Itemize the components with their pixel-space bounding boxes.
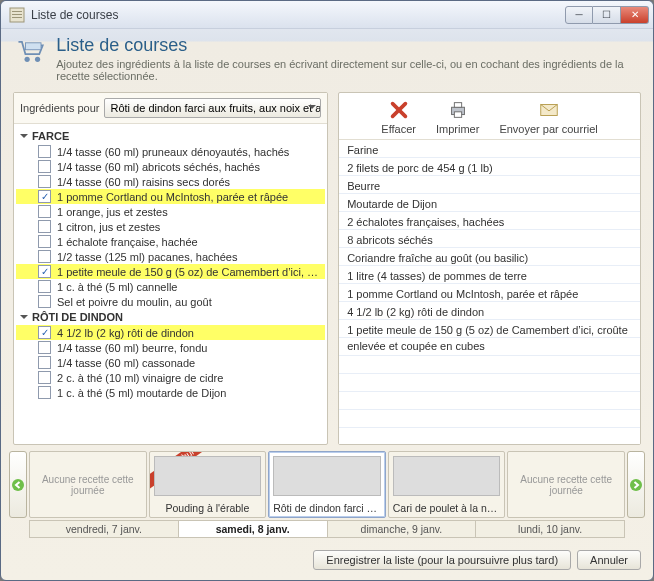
save-list-button[interactable]: Enregistrer la liste (pour la poursuivre… <box>313 550 571 570</box>
ingredient-item[interactable]: Sel et poivre du moulin, au goût <box>16 294 325 309</box>
shopping-list-row[interactable]: 2 filets de porc de 454 g (1 lb) <box>339 158 640 176</box>
ingredient-item[interactable]: 1 c. à thé (5 ml) moutarde de Dijon <box>16 385 325 400</box>
ingredient-checkbox[interactable] <box>38 160 51 173</box>
ingredient-item[interactable]: 1 pomme Cortland ou McIntosh, parée et r… <box>16 189 325 204</box>
ingredient-checkbox[interactable] <box>38 235 51 248</box>
ingredients-tree[interactable]: FARCE1/4 tasse (60 ml) pruneaux dénoyaut… <box>14 124 327 444</box>
ingredient-item[interactable]: 1/4 tasse (60 ml) beurre, fondu <box>16 340 325 355</box>
shopping-list-row[interactable]: Farine <box>339 140 640 158</box>
shopping-list-row[interactable]: Moutarde de Dijon <box>339 194 640 212</box>
group-header[interactable]: RÔTI DE DINDON <box>16 309 325 325</box>
shopping-list-row[interactable]: 4 1/2 lb (2 kg) rôti de dindon <box>339 302 640 320</box>
ingredient-text: 4 1/2 lb (2 kg) rôti de dindon <box>57 327 194 339</box>
ingredient-item[interactable]: 2 c. à thé (10 ml) vinaigre de cidre <box>16 370 325 385</box>
ingredient-checkbox[interactable] <box>38 175 51 188</box>
day-cell[interactable]: vendredi, 7 janv. <box>29 520 178 538</box>
ingredient-item[interactable]: 1 petite meule de 150 g (5 oz) de Camemb… <box>16 264 325 279</box>
ingredient-checkbox[interactable] <box>38 145 51 158</box>
carousel-prev-button[interactable] <box>9 451 27 518</box>
shopping-list-row[interactable]: 2 échalotes françaises, hachées <box>339 212 640 230</box>
cart-icon <box>15 35 46 71</box>
shopping-list-row[interactable]: 1 petite meule de 150 g (5 oz) de Camemb… <box>339 320 640 356</box>
ingredient-item[interactable]: 1/4 tasse (60 ml) abricots séchés, haché… <box>16 159 325 174</box>
day-cell[interactable]: dimanche, 9 janv. <box>327 520 476 538</box>
ingredient-checkbox[interactable] <box>38 280 51 293</box>
svg-point-5 <box>35 57 40 62</box>
recipe-thumbnail <box>154 456 262 496</box>
chevron-right-icon <box>629 478 643 492</box>
ingredient-text: 1 petite meule de 150 g (5 oz) de Camemb… <box>57 266 318 278</box>
page-subtitle: Ajoutez des ingrédients à la liste de co… <box>56 58 639 82</box>
carousel-next-button[interactable] <box>627 451 645 518</box>
ingredient-text: 1 c. à thé (5 ml) cannelle <box>57 281 177 293</box>
email-label: Envoyer par courriel <box>499 123 597 135</box>
page-title: Liste de courses <box>56 35 639 56</box>
recipe-card[interactable]: Aujourd'huiPouding à l'érable <box>149 451 267 518</box>
ingredient-item[interactable]: 1 citron, jus et zestes <box>16 219 325 234</box>
ingredient-checkbox[interactable] <box>38 220 51 233</box>
ingredient-text: 1 c. à thé (5 ml) moutarde de Dijon <box>57 387 226 399</box>
list-toolbar: Effacer Imprimer Envoyer par courriel <box>339 93 640 140</box>
shopping-list-row[interactable]: 8 abricots séchés <box>339 230 640 248</box>
shopping-list-row[interactable]: 1 litre (4 tasses) de pommes de terre <box>339 266 640 284</box>
day-cell[interactable]: samedi, 8 janv. <box>178 520 327 538</box>
ingredient-item[interactable]: 1 échalote française, hachée <box>16 234 325 249</box>
close-button[interactable]: ✕ <box>621 6 649 24</box>
ingredient-checkbox[interactable] <box>38 356 51 369</box>
ingredients-panel: Ingrédients pour Rôti de dindon farci au… <box>13 92 328 445</box>
ingredient-text: 1/4 tasse (60 ml) raisins secs dorés <box>57 176 230 188</box>
svg-point-11 <box>12 479 24 491</box>
ingredient-text: 1 pomme Cortland ou McIntosh, parée et r… <box>57 191 288 203</box>
svg-rect-9 <box>454 112 461 118</box>
minimize-button[interactable]: ─ <box>565 6 593 24</box>
ingredient-text: 1 échalote française, hachée <box>57 236 198 248</box>
recipe-card[interactable]: Aucune recette cette journée <box>29 451 147 518</box>
svg-rect-8 <box>454 103 461 108</box>
titlebar[interactable]: Liste de courses ─ ☐ ✕ <box>1 1 653 29</box>
recipe-carousel: Aucune recette cette journéeAujourd'huiP… <box>1 445 653 520</box>
cancel-button[interactable]: Annuler <box>577 550 641 570</box>
ingredient-item[interactable]: 1/4 tasse (60 ml) pruneaux dénoyautés, h… <box>16 144 325 159</box>
ingredient-checkbox[interactable] <box>38 250 51 263</box>
ingredient-checkbox[interactable] <box>38 205 51 218</box>
no-recipe-label: Aucune recette cette journée <box>34 456 142 513</box>
svg-point-12 <box>630 479 642 491</box>
ingredient-checkbox[interactable] <box>38 265 51 278</box>
svg-rect-6 <box>25 43 41 50</box>
recipe-thumbnail <box>393 456 501 496</box>
ingredient-item[interactable]: 1/4 tasse (60 ml) cassonade <box>16 355 325 370</box>
ingredient-checkbox[interactable] <box>38 326 51 339</box>
shopping-list-row[interactable]: Coriandre fraîche au goût (ou basilic) <box>339 248 640 266</box>
group-header[interactable]: FARCE <box>16 128 325 144</box>
print-button[interactable]: Imprimer <box>436 99 479 135</box>
ingredient-checkbox[interactable] <box>38 341 51 354</box>
recipe-select[interactable]: Rôti de dindon farci aux fruits, aux noi… <box>104 98 322 118</box>
recipe-card[interactable]: Rôti de dindon farci aux … <box>268 451 386 518</box>
ingredient-item[interactable]: 1/2 tasse (125 ml) pacanes, hachées <box>16 249 325 264</box>
ingredients-bar: Ingrédients pour Rôti de dindon farci au… <box>14 93 327 124</box>
mail-icon <box>538 99 560 121</box>
shopping-list-row[interactable]: Beurre <box>339 176 640 194</box>
delete-button[interactable]: Effacer <box>381 99 416 135</box>
recipe-card[interactable]: Aucune recette cette journée <box>507 451 625 518</box>
shopping-list-row[interactable]: 1 pomme Cortland ou McIntosh, parée et r… <box>339 284 640 302</box>
page-header: Liste de courses Ajoutez des ingrédients… <box>1 29 653 92</box>
recipe-select-value: Rôti de dindon farci aux fruits, aux noi… <box>111 102 322 114</box>
shopping-list[interactable]: Farine2 filets de porc de 454 g (1 lb)Be… <box>339 140 640 444</box>
ingredient-item[interactable]: 1 c. à thé (5 ml) cannelle <box>16 279 325 294</box>
ingredient-item[interactable]: 1/4 tasse (60 ml) raisins secs dorés <box>16 174 325 189</box>
ingredient-item[interactable]: 4 1/2 lb (2 kg) rôti de dindon <box>16 325 325 340</box>
recipe-card[interactable]: Cari de poulet à la noix … <box>388 451 506 518</box>
ingredient-text: 2 c. à thé (10 ml) vinaigre de cidre <box>57 372 223 384</box>
ingredient-text: 1/4 tasse (60 ml) pruneaux dénoyautés, h… <box>57 146 289 158</box>
ingredient-checkbox[interactable] <box>38 190 51 203</box>
ingredient-checkbox[interactable] <box>38 371 51 384</box>
email-button[interactable]: Envoyer par courriel <box>499 99 597 135</box>
day-cell[interactable]: lundi, 10 janv. <box>475 520 625 538</box>
ingredient-item[interactable]: 1 orange, jus et zestes <box>16 204 325 219</box>
ingredient-checkbox[interactable] <box>38 295 51 308</box>
ingredient-checkbox[interactable] <box>38 386 51 399</box>
dialog-footer: Enregistrer la liste (pour la poursuivre… <box>1 544 653 580</box>
maximize-button[interactable]: ☐ <box>593 6 621 24</box>
no-recipe-label: Aucune recette cette journée <box>512 456 620 513</box>
